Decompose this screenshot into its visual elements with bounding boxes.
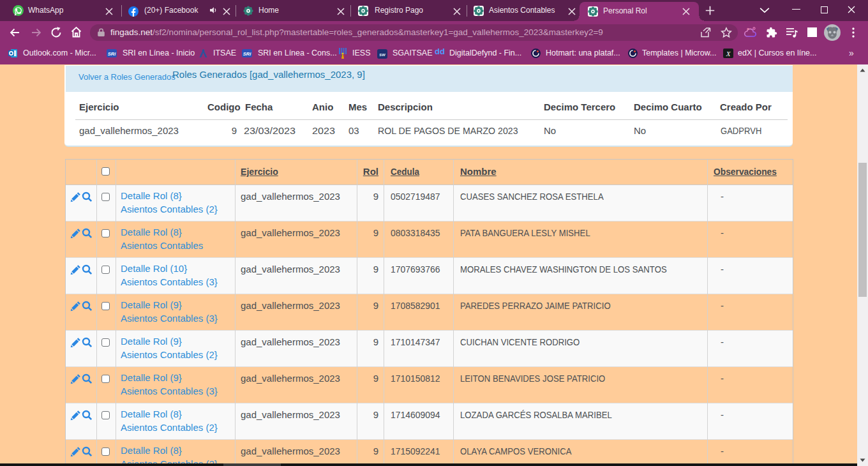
svg-text:sw: sw (379, 52, 385, 57)
svg-text:X: X (726, 50, 731, 57)
